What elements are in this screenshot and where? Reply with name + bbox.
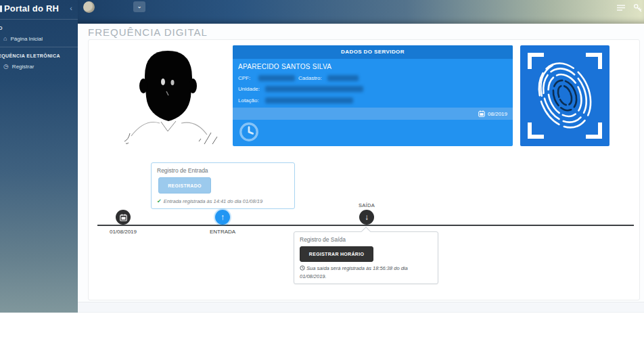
servidor-panel: DADOS DO SERVIDOR APARECIDO SANTOS SILVA… — [233, 45, 513, 146]
saida-label: SAÍDA — [344, 202, 389, 208]
home-icon: ⌂ — [3, 35, 7, 42]
app-window: ⌄ Portal do RH ‹ INÍCIO ⌂ Página Inicial… — [0, 0, 644, 362]
key-icon[interactable] — [633, 3, 643, 12]
divider — [0, 19, 78, 20]
registrado-button[interactable]: REGISTRADO — [158, 177, 211, 194]
arrow-up-icon: ↑ — [221, 213, 225, 221]
logo-fragment — [0, 5, 2, 12]
sidebar-item-label: Registrar — [12, 64, 34, 70]
calendar-icon — [120, 214, 127, 221]
top-navbar: ⌄ — [78, 0, 644, 24]
cpf-value-redacted — [258, 75, 295, 81]
registro-entrada-box: Registro de Entrada REGISTRADO ✔Entrada … — [151, 162, 295, 209]
registro-saida-box: Registro de Saída REGISTRAR HORÁRIO Sua … — [294, 231, 438, 284]
month-value: 08/2019 — [488, 111, 507, 117]
entrada-label: ENTRADA — [200, 229, 245, 235]
check-icon: ✔ — [157, 198, 162, 204]
entrada-note: ✔Entrada registrada às 14:41 do dia 01/0… — [157, 198, 262, 204]
sidebar-section-frequencia: FREQUÊNCIA ELETRÔNICA — [0, 53, 78, 58]
footer-strip — [78, 302, 644, 313]
frequencia-card: DADOS DO SERVIDOR APARECIDO SANTOS SILVA… — [88, 39, 640, 300]
registrar-horario-button[interactable]: REGISTRAR HORÁRIO — [300, 246, 373, 262]
sidebar-section-inicio: INÍCIO — [0, 26, 78, 30]
registro-entrada-title: Registro de Entrada — [157, 167, 208, 174]
cadastro-value-redacted — [327, 75, 359, 81]
user-avatar[interactable] — [83, 1, 95, 13]
clock-icon — [238, 121, 260, 143]
clock-icon: ◷ — [3, 63, 9, 70]
list-icon[interactable] — [616, 3, 626, 12]
timeline-date-label: 01/08/2019 — [101, 229, 145, 235]
lotacao-value-redacted — [265, 97, 353, 104]
page-title: FREQUÊNCIA DIGITAL — [88, 26, 208, 38]
divider — [0, 47, 78, 47]
sidebar-item-pagina-inicial[interactable]: ⌂ Página Inicial — [0, 30, 78, 47]
caret-up-icon — [361, 227, 371, 236]
registro-saida-title: Registro de Saída — [300, 236, 346, 243]
servidor-panel-title: DADOS DO SERVIDOR — [233, 45, 513, 59]
saida-note: Sua saída será registrada às 18:56:38 do… — [300, 265, 432, 280]
employee-photo — [106, 45, 231, 146]
saida-note-text: Sua saída será registrada às 18:56:38 do… — [300, 265, 408, 279]
sidebar-item-registrar[interactable]: ◷ Registrar — [0, 58, 78, 74]
servidor-name: APARECIDO SANTOS SILVA — [238, 63, 331, 70]
fingerprint-scanner — [520, 45, 610, 146]
main-content: FREQUÊNCIA DIGITAL — [78, 24, 644, 313]
chevron-down-icon: ⌄ — [137, 3, 142, 9]
cadastro-label: Cadastro: — [298, 75, 322, 81]
lotacao-label: Lotação: — [238, 97, 259, 104]
sidebar-title[interactable]: Portal do RH — [4, 3, 59, 14]
unidade-label: Unidade: — [238, 86, 260, 92]
entrada-note-text: Entrada registrada às 14:41 do dia 01/08… — [164, 198, 262, 204]
sidebar-item-label: Página Inicial — [10, 36, 43, 42]
cpf-label: CPF: — [238, 75, 250, 81]
entrada-marker[interactable]: ↑ — [215, 210, 230, 225]
clock-icon — [300, 265, 305, 271]
arrow-down-icon: ↓ — [365, 213, 369, 221]
calendar-icon — [478, 110, 485, 117]
user-menu-dropdown[interactable]: ⌄ — [133, 1, 145, 12]
sidebar-collapse-button[interactable]: ‹ — [70, 4, 72, 12]
month-row: 08/2019 — [233, 108, 513, 120]
sidebar-header: Portal do RH ‹ — [0, 0, 78, 19]
saida-marker[interactable]: ↓ — [359, 210, 374, 225]
unidade-value-redacted — [265, 86, 363, 92]
timeline-date-marker[interactable] — [116, 210, 131, 225]
fingerprint-icon — [520, 45, 610, 146]
sidebar: Portal do RH ‹ INÍCIO ⌂ Página Inicial F… — [0, 0, 78, 313]
